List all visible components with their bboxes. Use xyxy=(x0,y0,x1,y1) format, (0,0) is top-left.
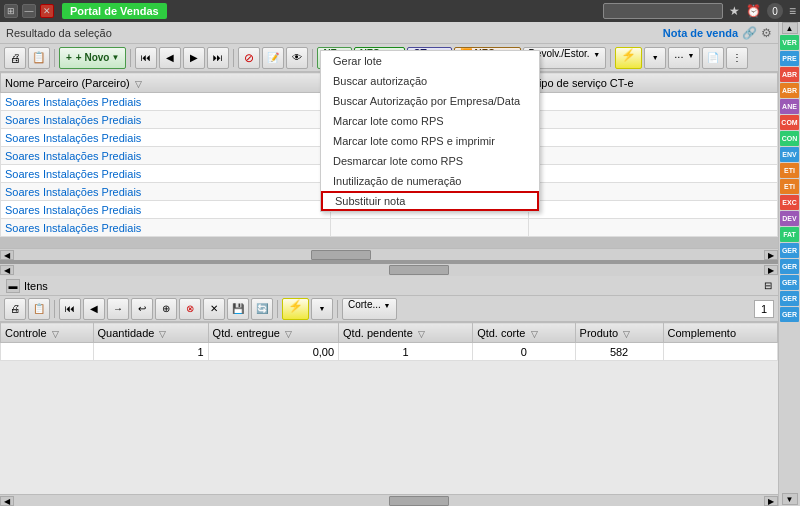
side-btn-ger-13[interactable]: GER xyxy=(780,243,799,258)
vscroll-up-btn[interactable]: ▲ xyxy=(782,22,798,34)
lightning-btn[interactable]: ⚡ xyxy=(615,47,642,69)
side-btn-eti-9[interactable]: ETI xyxy=(780,179,799,194)
side-btn-env-7[interactable]: ENV xyxy=(780,147,799,162)
delete-btn[interactable]: ⊘ xyxy=(238,47,260,69)
side-btn-ver-0[interactable]: VER xyxy=(780,35,799,50)
cell-parceiro[interactable]: Soares Instalações Prediais xyxy=(1,129,331,147)
menu-item-6[interactable]: Inutilização de numeração xyxy=(321,171,539,191)
side-btn-fat-12[interactable]: FAT xyxy=(780,227,799,242)
side-btn-ger-17[interactable]: GER xyxy=(780,307,799,322)
items-collapse-btn[interactable]: ▬ xyxy=(6,279,20,293)
items-table-row[interactable]: 1 0,00 1 0 582 xyxy=(1,343,778,361)
side-btn-dev-11[interactable]: DEV xyxy=(780,211,799,226)
items-nav-btn2[interactable]: ↩ xyxy=(131,298,153,320)
bottom-hscroll-right[interactable]: ▶ xyxy=(764,496,778,506)
window-minimize-btn[interactable]: — xyxy=(22,4,36,18)
nav-first-btn[interactable]: ⏮ xyxy=(135,47,157,69)
menu-item-7[interactable]: Substituir nota xyxy=(321,191,539,211)
result-header: Resultado da seleção Nota de venda 🔗 ⚙ xyxy=(0,22,778,44)
side-btn-abr-3[interactable]: ABR xyxy=(780,83,799,98)
filter-qtd-pendente[interactable]: ▽ xyxy=(418,329,425,339)
table-row[interactable]: Soares Instalações Prediais xyxy=(1,219,778,237)
items-above-hscroll[interactable]: ◀ ▶ xyxy=(0,264,778,276)
cell-parceiro[interactable]: Soares Instalações Prediais xyxy=(1,183,331,201)
filter-qtd-entregue[interactable]: ▽ xyxy=(285,329,292,339)
side-btn-ger-16[interactable]: GER xyxy=(780,291,799,306)
menu-item-1[interactable]: Buscar autorização xyxy=(321,71,539,91)
novo-btn[interactable]: + + Novo ▼ xyxy=(59,47,126,69)
star-icon[interactable]: ★ xyxy=(729,4,740,18)
filter-produto[interactable]: ▽ xyxy=(623,329,630,339)
side-btn-exc-10[interactable]: EXC xyxy=(780,195,799,210)
extra-btn[interactable]: ⋮ xyxy=(726,47,748,69)
nav-prev-btn[interactable]: ◀ xyxy=(159,47,181,69)
hscroll-thumb[interactable] xyxy=(311,250,371,260)
hscroll-left-btn[interactable]: ◀ xyxy=(0,250,14,260)
filter-qtd-corte[interactable]: ▽ xyxy=(531,329,538,339)
more-btn[interactable]: 📄 xyxy=(702,47,724,69)
side-btn-ger-15[interactable]: GER xyxy=(780,275,799,290)
menu-icon[interactable]: ≡ xyxy=(789,4,796,18)
nota-icon[interactable]: 🔗 xyxy=(742,26,757,40)
side-btn-ane-4[interactable]: ANE xyxy=(780,99,799,114)
items-hscroll-right[interactable]: ▶ xyxy=(764,265,778,275)
icon-btn-1[interactable]: 🖨 xyxy=(4,47,26,69)
filter-icon-parceiro[interactable]: ▽ xyxy=(135,79,142,89)
window-restore-btn[interactable]: ⊞ xyxy=(4,4,18,18)
cell-parceiro[interactable]: Soares Instalações Prediais xyxy=(1,111,331,129)
bottom-hscroll[interactable]: ◀ ▶ xyxy=(0,494,778,506)
vscroll-down-btn[interactable]: ▼ xyxy=(782,493,798,505)
config-icon[interactable]: ⚙ xyxy=(761,26,772,40)
global-search[interactable] xyxy=(603,3,723,19)
clock-icon[interactable]: ⏰ xyxy=(746,4,761,18)
items-nav-btn1[interactable]: → xyxy=(107,298,129,320)
sep3 xyxy=(233,49,234,67)
corte-btn[interactable]: Corte... ▼ xyxy=(342,298,397,320)
side-btn-con-6[interactable]: CON xyxy=(780,131,799,146)
icon-btn-2[interactable]: 📋 xyxy=(28,47,50,69)
items-refresh-btn[interactable]: 🔄 xyxy=(251,298,273,320)
items-hscroll-thumb[interactable] xyxy=(389,265,449,275)
cell-parceiro[interactable]: Soares Instalações Prediais xyxy=(1,201,331,219)
items-nav-btn3[interactable]: ⊕ xyxy=(155,298,177,320)
menu-item-0[interactable]: Gerar lote xyxy=(321,51,539,71)
bottom-hscroll-thumb[interactable] xyxy=(389,496,449,506)
menu-item-3[interactable]: Marcar lote como RPS xyxy=(321,111,539,131)
side-btn-pre-1[interactable]: PRE xyxy=(780,51,799,66)
window-close-btn[interactable]: ✕ xyxy=(40,4,54,18)
cell-parceiro[interactable]: Soares Instalações Prediais xyxy=(1,147,331,165)
items-prev-btn[interactable]: ◀ xyxy=(83,298,105,320)
upper-hscroll[interactable]: ◀ ▶ xyxy=(0,248,778,260)
lightning-dropdown-btn[interactable]: ▼ xyxy=(644,47,666,69)
dots-btn[interactable]: ... ▼ xyxy=(668,47,700,69)
items-cancel-btn[interactable]: ✕ xyxy=(203,298,225,320)
hscroll-right-btn[interactable]: ▶ xyxy=(764,250,778,260)
cell-parceiro[interactable]: Soares Instalações Prediais xyxy=(1,219,331,237)
view-btn[interactable]: 👁 xyxy=(286,47,308,69)
items-collapse-right-btn[interactable]: ⊟ xyxy=(764,280,772,291)
filter-quantidade[interactable]: ▽ xyxy=(159,329,166,339)
items-lightning-btn[interactable]: ⚡ xyxy=(282,298,309,320)
menu-item-2[interactable]: Buscar Autorização por Empresa/Data xyxy=(321,91,539,111)
edit-btn[interactable]: 📝 xyxy=(262,47,284,69)
items-hscroll-left[interactable]: ◀ xyxy=(0,265,14,275)
menu-item-5[interactable]: Desmarcar lote como RPS xyxy=(321,151,539,171)
items-del-btn[interactable]: ⊗ xyxy=(179,298,201,320)
side-btn-eti-8[interactable]: ETI xyxy=(780,163,799,178)
nav-next-btn[interactable]: ▶ xyxy=(183,47,205,69)
items-first-btn[interactable]: ⏮ xyxy=(59,298,81,320)
nav-last-btn[interactable]: ⏭ xyxy=(207,47,229,69)
side-btn-com-5[interactable]: COM xyxy=(780,115,799,130)
filter-controle[interactable]: ▽ xyxy=(52,329,59,339)
bottom-hscroll-left[interactable]: ◀ xyxy=(0,496,14,506)
side-btn-ger-14[interactable]: GER xyxy=(780,259,799,274)
menu-item-4[interactable]: Marcar lote como RPS e imprimir xyxy=(321,131,539,151)
notifications-icon[interactable]: 0 xyxy=(767,3,783,19)
items-save-btn[interactable]: 💾 xyxy=(227,298,249,320)
cell-parceiro[interactable]: Soares Instalações Prediais xyxy=(1,165,331,183)
items-copy-btn[interactable]: 📋 xyxy=(28,298,50,320)
side-btn-abr-2[interactable]: ABR xyxy=(780,67,799,82)
cell-parceiro[interactable]: Soares Instalações Prediais xyxy=(1,93,331,111)
items-lightning-dropdown-btn[interactable]: ▼ xyxy=(311,298,333,320)
items-print-btn[interactable]: 🖨 xyxy=(4,298,26,320)
